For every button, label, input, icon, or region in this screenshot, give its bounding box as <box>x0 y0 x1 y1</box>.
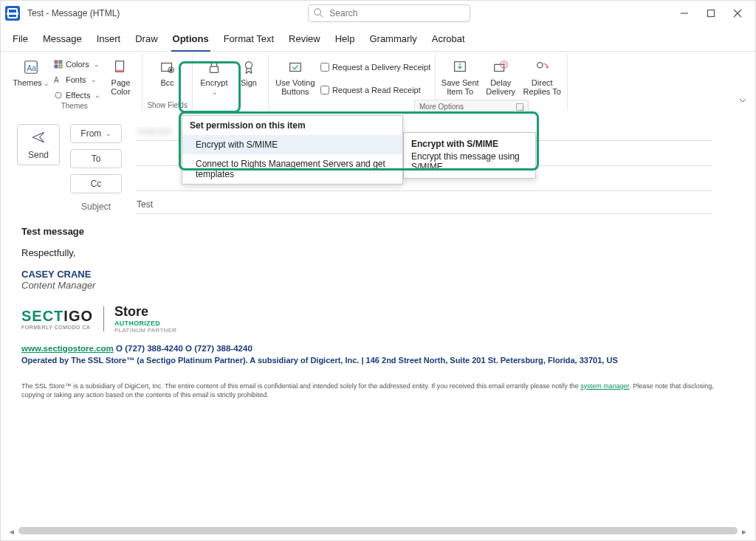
svg-rect-11 <box>59 65 62 68</box>
tooltip-desc: Encrypt this message using S/MIME. <box>411 151 528 172</box>
outlook-icon <box>5 6 20 21</box>
collapse-ribbon[interactable] <box>738 95 748 108</box>
encrypt-tooltip: Encrypt with S/MIME Encrypt this message… <box>403 132 536 179</box>
svg-rect-21 <box>290 63 301 72</box>
page-color-button[interactable]: Page Color <box>103 55 137 99</box>
group-themes: Aa Themes⌄ Colors⌄ A Fonts⌄ Effects⌄ <box>7 55 142 111</box>
dialog-launcher-icon[interactable] <box>516 103 523 111</box>
themes-icon: Aa <box>23 58 39 77</box>
minimize-button[interactable] <box>671 3 698 24</box>
svg-rect-9 <box>59 61 62 63</box>
maximize-button[interactable] <box>698 3 724 24</box>
more-options-label[interactable]: More Options <box>414 100 529 113</box>
svg-rect-19 <box>210 66 218 72</box>
signature-name: CASEY CRANE <box>21 269 735 280</box>
direct-replies-to[interactable]: Direct Replies To <box>521 55 563 99</box>
encrypt-button[interactable]: Encrypt⌄ <box>197 55 231 99</box>
svg-rect-8 <box>55 61 58 63</box>
tab-acrobat[interactable]: Acrobat <box>430 30 467 51</box>
horizontal-scrollbar[interactable] <box>18 527 738 534</box>
save-sent-icon <box>452 58 468 77</box>
to-button[interactable]: To <box>70 149 122 168</box>
tab-grammarly[interactable]: Grammarly <box>368 30 418 51</box>
scroll-left-arrow[interactable]: ◄ <box>8 528 16 536</box>
page-color-icon <box>112 58 128 77</box>
tooltip-title: Encrypt with S/MIME <box>411 139 528 149</box>
ribbon-badge-icon <box>241 58 257 77</box>
close-button[interactable] <box>724 3 751 24</box>
lock-icon <box>206 58 222 77</box>
search-input[interactable] <box>328 7 465 19</box>
tab-message[interactable]: Message <box>41 30 83 51</box>
ribbon-tabs: File Message Insert Draw Options Format … <box>1 26 755 52</box>
bcc-button[interactable]: Bcc <box>152 55 183 99</box>
direct-replies-icon <box>534 58 550 77</box>
window-title: Test - Message (HTML) <box>27 8 120 18</box>
send-icon <box>31 130 46 147</box>
tab-review[interactable]: Review <box>287 30 322 51</box>
voting-icon <box>287 58 303 77</box>
effects-button[interactable]: Effects⌄ <box>54 89 100 102</box>
signature-legal: The SSL Store™ is a subsidiary of DigiCe… <box>21 382 735 399</box>
delay-icon <box>492 58 509 77</box>
ribbon: Aa Themes⌄ Colors⌄ A Fonts⌄ Effects⌄ <box>1 52 755 111</box>
svg-point-18 <box>170 69 172 71</box>
mail-body[interactable]: Test message Respectfully, CASEY CRANE C… <box>1 218 755 407</box>
subject-field[interactable]: Test <box>137 199 712 214</box>
themes-button[interactable]: Aa Themes⌄ <box>11 55 51 99</box>
svg-line-1 <box>320 14 323 17</box>
subject-label: Subject <box>70 201 122 212</box>
svg-rect-10 <box>55 65 58 68</box>
svg-rect-15 <box>116 70 124 72</box>
delay-delivery[interactable]: Delay Delivery <box>483 55 518 99</box>
signature-contact: www.sectigostore.com O (727) 388-4240 O … <box>21 344 735 353</box>
search-icon <box>313 7 328 20</box>
group-tracking: Use Voting Buttons Request a Delivery Re… <box>268 55 436 111</box>
sign-button[interactable]: Sign <box>234 55 264 99</box>
use-voting-buttons[interactable]: Use Voting Buttons <box>273 55 317 99</box>
dropdown-item-connect-rms[interactable]: Connect to Rights Management Servers and… <box>182 154 402 184</box>
signature-url[interactable]: www.sectigostore.com <box>21 344 114 353</box>
signature-role: Content Manager <box>21 280 735 291</box>
dropdown-header: Set permission on this item <box>182 116 402 135</box>
group-encrypt: Encrypt⌄ Sign <box>193 55 268 111</box>
legal-system-manager-link[interactable]: system manager <box>580 382 629 390</box>
tab-format-text[interactable]: Format Text <box>222 30 275 51</box>
group-show-fields: Bcc Show Fields <box>142 55 192 111</box>
body-greeting: Test message <box>21 226 735 237</box>
scroll-right-arrow[interactable]: ► <box>740 528 748 536</box>
svg-point-25 <box>537 63 543 68</box>
fonts-button[interactable]: A Fonts⌄ <box>54 73 100 86</box>
tab-insert[interactable]: Insert <box>95 30 123 51</box>
tab-file[interactable]: File <box>11 30 30 51</box>
signature-logo: SECTIGO FORMERLY COMODO CA Store AUTHORI… <box>21 304 735 334</box>
svg-point-0 <box>315 8 321 15</box>
bcc-icon <box>159 58 176 77</box>
from-button[interactable]: From ⌄ <box>70 124 122 143</box>
signature-operated-by: Operated by The SSL Store™ (a Sectigo Pl… <box>21 356 735 365</box>
request-read-receipt[interactable]: Request a Read Receipt <box>320 83 430 97</box>
tab-options[interactable]: Options <box>171 30 210 52</box>
search-box[interactable] <box>308 4 470 22</box>
cc-button[interactable]: Cc <box>70 174 122 193</box>
svg-point-20 <box>245 62 252 69</box>
svg-point-13 <box>55 92 61 98</box>
svg-text:Aa: Aa <box>27 64 37 72</box>
body-closing: Respectfully, <box>21 247 735 258</box>
svg-text:A: A <box>54 76 59 84</box>
title-bar: Test - Message (HTML) <box>1 1 755 26</box>
save-sent-item-to[interactable]: Save Sent Item To <box>440 55 480 99</box>
svg-rect-3 <box>708 10 715 17</box>
tab-draw[interactable]: Draw <box>134 30 159 51</box>
send-button[interactable]: Send <box>17 124 60 165</box>
dropdown-item-encrypt-smime[interactable]: Encrypt with S/MIME <box>182 135 402 154</box>
colors-button[interactable]: Colors⌄ <box>54 58 100 71</box>
request-delivery-receipt[interactable]: Request a Delivery Receipt <box>320 61 430 74</box>
tab-help[interactable]: Help <box>334 30 357 51</box>
encrypt-dropdown: Set permission on this item Encrypt with… <box>182 115 403 185</box>
